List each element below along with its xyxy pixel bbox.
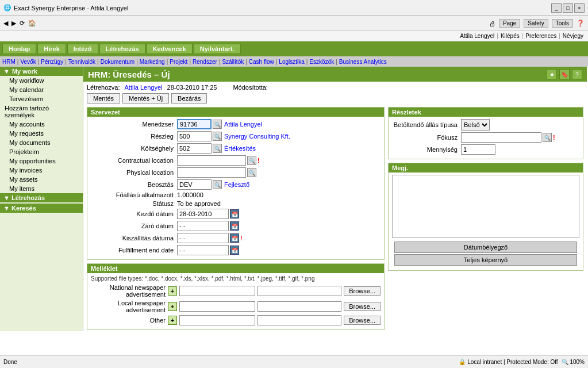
other-file-input[interactable] [258,315,341,325]
sidebar-item-accounts[interactable]: My accounts [0,120,83,129]
safety-button[interactable]: Safety [524,19,548,28]
sidebar-item-myworkflow[interactable]: My workflow [0,76,83,85]
other-add-icon[interactable]: + [168,316,177,325]
kiszállítás-input[interactable] [177,233,229,243]
about-link[interactable]: Névjegy [563,33,583,39]
close-button[interactable]: × [574,3,585,13]
page-button[interactable]: Page [499,19,520,28]
sidebar-mywork-header[interactable]: ▼ My work [0,67,83,76]
záró-dátum-input[interactable] [177,221,229,231]
secnav-business[interactable]: Business Analytics [339,59,387,65]
save-new-button[interactable]: Mentés + Új [122,93,169,103]
topnav-létrehozás[interactable]: Létrehozás [99,44,145,54]
national-text-input[interactable] [179,286,255,296]
secnav-pénzügy[interactable]: Pénzügy [41,59,63,65]
menedzser-link[interactable]: Attila Lengyel [224,121,262,128]
fulfillment-cal-icon[interactable]: 📅 [230,246,239,255]
header-bookmark-icon[interactable]: 🔖 [559,69,570,79]
secnav-tennivalók[interactable]: Tennivalók [68,59,95,65]
sidebar-item-mycalendar[interactable]: My calendar [0,85,83,94]
mennyiség-input[interactable] [461,144,495,155]
fókusz-search-icon[interactable]: 🔍 [543,133,552,142]
secnav-logisztika[interactable]: Logisztika [279,59,304,65]
secnav-szállítók[interactable]: Szállítók [222,59,244,65]
megj-textarea[interactable] [392,175,579,238]
kiszállítás-cal-icon[interactable]: 📅 [230,233,239,243]
dátumbélyegző-button[interactable]: Dátumbélyegző [394,241,577,253]
header-star-icon[interactable]: ★ [547,69,557,79]
tools-button[interactable]: Tools [552,19,573,28]
beosztás-search-icon[interactable]: 🔍 [213,180,222,189]
physical-input[interactable] [177,167,246,178]
secnav-rendszer[interactable]: Rendszer [193,59,217,65]
other-text-input[interactable] [179,315,255,325]
sidebar-item-projekteim[interactable]: Projekteim [0,147,83,156]
részleg-link[interactable]: Synergy Consulting Kft. [224,133,290,140]
topnav-nyilvántart[interactable]: Nyilvántart. [194,44,241,54]
záró-dátum-cal-icon[interactable]: 📅 [230,221,239,231]
secnav-eszközök[interactable]: Eszközök [309,59,334,65]
kezdő-dátum-input[interactable] [177,209,229,219]
sidebar-item-invoices[interactable]: My invoices [0,166,83,175]
sidebar-item-assets[interactable]: My assets [0,175,83,184]
ie-print[interactable]: 🖨 [489,20,495,27]
sidebar-item-hozzám[interactable]: Hozzám tartozó személyek [0,103,83,120]
national-file-input[interactable] [258,286,341,296]
sidebar-létrehozás-section[interactable]: ▼ Létrehozás [0,193,83,202]
physical-search-icon[interactable]: 🔍 [247,168,256,177]
ie-refresh[interactable]: ⟳ [20,20,25,27]
sidebar-item-items[interactable]: My items [0,184,83,193]
national-add-icon[interactable]: + [168,286,177,296]
költséghely-link[interactable]: Értékesítés [224,145,256,152]
secnav-dokumentum[interactable]: Dokumentum [101,59,134,65]
menedzser-input[interactable] [177,119,212,129]
részleg-input[interactable] [177,131,212,141]
minimize-button[interactable]: _ [551,3,562,13]
secnav-marketing[interactable]: Marketing [140,59,165,65]
help-icon[interactable]: ❓ [577,20,585,27]
secnav-projekt[interactable]: Projekt [170,59,187,65]
topnav-hírek[interactable]: Hírek [37,44,66,54]
maximize-button[interactable]: □ [563,3,573,13]
logout-link[interactable]: Kilépés [501,33,520,39]
close-button[interactable]: Bezárás [171,93,207,103]
local-file-input[interactable] [258,301,341,312]
fókusz-input[interactable] [461,132,541,143]
sidebar-item-requests[interactable]: My requests [0,129,83,138]
költséghely-input[interactable] [177,143,212,154]
sidebar-item-opportunities[interactable]: My opportunities [0,156,83,166]
sidebar-keresés-section[interactable]: ▼ Keresés [0,204,83,213]
költséghely-search-icon[interactable]: 🔍 [213,144,222,153]
other-browse-button[interactable]: Browse... [344,316,381,325]
created-by-link[interactable]: Attila Lengyel [124,84,162,91]
local-browse-button[interactable]: Browse... [344,302,381,311]
user-link[interactable]: Attila Lengyel [460,33,494,39]
beosztás-input[interactable] [177,179,212,190]
fulfillment-input[interactable] [177,245,229,255]
contractual-input[interactable] [177,155,246,166]
secnav-vevők[interactable]: Vevők [20,59,36,65]
header-help-icon[interactable]: ? [572,69,582,79]
kezdő-dátum-cal-icon[interactable]: 📅 [230,209,239,218]
national-browse-button[interactable]: Browse... [344,286,381,296]
topnav-intéző[interactable]: Intéző [67,44,98,54]
teljes-képernyő-button[interactable]: Teljes képernyő [394,254,577,266]
preferences-link[interactable]: Preferences [525,33,556,39]
save-button[interactable]: Mentés [87,93,120,103]
sidebar-item-documents[interactable]: My documents [0,138,83,147]
ie-back[interactable]: ◀ [3,20,8,27]
menedzser-search-icon[interactable]: 🔍 [213,120,222,129]
secnav-cashflow[interactable]: Cash flow [249,59,274,65]
contractual-search-icon[interactable]: 🔍 [247,156,256,165]
beosztás-link[interactable]: Fejlesztő [224,181,249,188]
secnav-hrm[interactable]: HRM [2,59,16,65]
sidebar-item-tervezésem[interactable]: Tervezésem [0,94,83,103]
ie-forward[interactable]: ▶ [11,20,16,27]
local-add-icon[interactable]: + [168,302,177,311]
topnav-kedvencek[interactable]: Kedvencek [147,44,193,54]
topnav-honlap[interactable]: Honlap [2,44,36,54]
local-text-input[interactable] [179,301,255,312]
részleg-search-icon[interactable]: 🔍 [213,132,222,141]
ie-home[interactable]: 🏠 [28,20,36,27]
betöltendő-select[interactable]: Belső Külső [461,119,490,131]
